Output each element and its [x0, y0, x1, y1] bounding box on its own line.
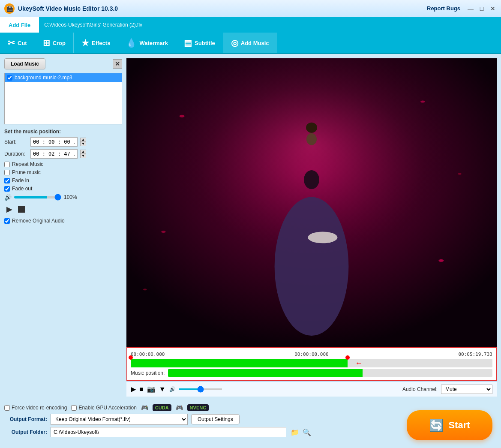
panel-header: Load Music ✕ — [4, 58, 122, 69]
fadein-label: Fade in — [12, 177, 29, 183]
timeline-arrow-icon: ← — [355, 359, 363, 368]
video-panel: 00:00:00.000 00:00:00.000 00:05:19.733 ←… — [126, 58, 497, 397]
pb-camera-button[interactable]: 📷 — [147, 385, 156, 393]
timeline-fill — [131, 359, 348, 367]
toolbar-effects[interactable]: ★ Effects — [74, 33, 118, 53]
enable-gpu-label: Enable GPU Acceleration — [71, 405, 136, 411]
cuda-badge: CUDA — [153, 404, 171, 411]
svg-point-3 — [420, 101, 425, 103]
fadeout-row: Fade out — [4, 186, 122, 192]
remove-audio-checkbox[interactable] — [4, 218, 10, 224]
prune-row: Prune music — [4, 169, 122, 175]
enable-gpu-checkbox[interactable] — [71, 405, 77, 411]
music-position-bar[interactable] — [168, 369, 492, 377]
output-format-label: Output Format: — [4, 416, 47, 422]
timeline-handle-left[interactable] — [129, 355, 133, 360]
maximize-button[interactable]: □ — [478, 5, 486, 12]
app-title: UkeySoft Video Music Editor 10.3.0 — [18, 5, 118, 12]
addfile-bar: Add File C:\Videos-Ukeysoft\Girls' Gener… — [0, 17, 501, 33]
panel-close-button[interactable]: ✕ — [113, 59, 122, 69]
report-bugs-link[interactable]: Report Bugs — [427, 5, 460, 12]
toolbar-effects-label: Effects — [92, 40, 110, 46]
volume-icon: 🔊 — [4, 194, 12, 201]
svg-point-6 — [438, 259, 444, 262]
volume-slider[interactable] — [14, 196, 61, 198]
stop-button[interactable] — [18, 206, 25, 213]
nvenc-icon: 🎮 — [176, 404, 183, 411]
svg-point-9 — [306, 133, 317, 145]
app-icon: 🎬 — [4, 3, 15, 14]
start-spinner: ▲ ▼ — [80, 138, 86, 146]
force-reencode-checkbox[interactable] — [4, 405, 10, 411]
video-frame — [126, 58, 497, 347]
volume-row: 🔊 100% — [4, 194, 122, 201]
timeline-time-left: 00:00:00.000 — [131, 352, 165, 357]
video-placeholder — [126, 58, 497, 347]
fadeout-checkbox[interactable] — [4, 186, 10, 192]
playback-bar: ▶ ■ 📷 ▼ 🔊 Audio Channel: Mute Left Right… — [126, 381, 497, 397]
output-settings-button[interactable]: Output Settings — [191, 414, 240, 424]
start-up-button[interactable]: ▲ — [80, 138, 86, 142]
output-folder-input[interactable] — [51, 427, 286, 437]
output-format-select[interactable]: Keep Original Video Format(*.flv) MP4 AV… — [51, 414, 188, 425]
bottom-section: Force video re-encoding Enable GPU Accel… — [0, 401, 501, 448]
toolbar-addmusic[interactable]: ◎ Add Music — [223, 33, 277, 53]
force-reencode-text: Force video re-encoding — [12, 405, 67, 411]
watermark-icon: 💧 — [126, 38, 137, 48]
folder-browse-button[interactable]: 📁 — [290, 427, 300, 437]
music-position-label: Music position: — [131, 370, 165, 376]
timeline-track[interactable]: ← — [131, 359, 492, 367]
fadeout-label: Fade out — [12, 186, 32, 192]
prune-checkbox[interactable] — [4, 170, 10, 175]
music-list-item[interactable]: background music-2.mp3 — [5, 73, 122, 82]
repeat-row: Repeat Music — [4, 161, 122, 167]
start-button[interactable]: 🔄 Start — [407, 410, 492, 440]
play-button[interactable]: ▶ — [4, 204, 15, 214]
start-row: Start: ▲ ▼ — [4, 137, 122, 147]
svg-point-7 — [143, 289, 147, 290]
duration-up-button[interactable]: ▲ — [80, 150, 86, 154]
nvenc-badge: NVENC — [187, 404, 209, 411]
toolbar-crop[interactable]: ⊞ Crop — [35, 33, 74, 53]
crop-icon: ⊞ — [43, 38, 50, 48]
audio-channel-select[interactable]: Mute Left Right Stereo — [441, 385, 492, 394]
titlebar-right: Report Bugs — □ ✕ — [427, 5, 497, 12]
load-music-button[interactable]: Load Music — [4, 58, 45, 69]
addfile-tab[interactable]: Add File — [0, 17, 39, 33]
pb-stop-button[interactable]: ■ — [139, 385, 144, 393]
duration-label: Duration: — [4, 151, 28, 157]
duration-input[interactable] — [30, 149, 78, 159]
svg-point-8 — [304, 170, 319, 189]
subtitle-icon: ▤ — [184, 38, 192, 48]
start-label: Start — [448, 420, 470, 431]
toolbar-watermark[interactable]: 💧 Watermark — [118, 33, 176, 53]
start-down-button[interactable]: ▼ — [80, 142, 86, 146]
close-button[interactable]: ✕ — [489, 5, 497, 12]
cuda-label: CUDA — [155, 405, 169, 410]
minimize-button[interactable]: — — [467, 5, 474, 12]
window-controls: — □ ✕ — [467, 5, 497, 12]
repeat-checkbox[interactable] — [4, 162, 10, 167]
timeline-time-center: 00:00:00.000 — [294, 352, 328, 357]
toolbar-subtitle[interactable]: ▤ Subtitle — [176, 33, 223, 53]
timeline-handle-right[interactable] — [345, 355, 350, 360]
titlebar-left: 🎬 UkeySoft Video Music Editor 10.3.0 — [4, 3, 118, 14]
pb-dropdown-button[interactable]: ▼ — [159, 385, 166, 393]
pb-volume-slider[interactable] — [179, 388, 222, 390]
cut-icon: ✂ — [8, 38, 15, 48]
toolbar-cut[interactable]: ✂ Cut — [0, 33, 35, 53]
effects-icon: ★ — [81, 38, 89, 48]
repeat-label: Repeat Music — [12, 161, 43, 167]
pb-play-button[interactable]: ▶ — [131, 385, 136, 393]
svg-point-11 — [275, 197, 349, 336]
start-input[interactable] — [30, 137, 78, 147]
main-content: Load Music ✕ background music-2.mp3 Set … — [0, 54, 501, 401]
duration-spinner: ▲ ▼ — [80, 150, 86, 158]
gpu-icon: 🎮 — [141, 404, 148, 411]
duration-row: Duration: ▲ ▼ — [4, 149, 122, 159]
duration-down-button[interactable]: ▼ — [80, 154, 86, 158]
fadein-checkbox[interactable] — [4, 178, 10, 183]
position-section-label: Set the music position: — [4, 129, 122, 135]
music-item-checkbox[interactable] — [7, 75, 12, 81]
folder-search-button[interactable]: 🔍 — [302, 427, 312, 437]
